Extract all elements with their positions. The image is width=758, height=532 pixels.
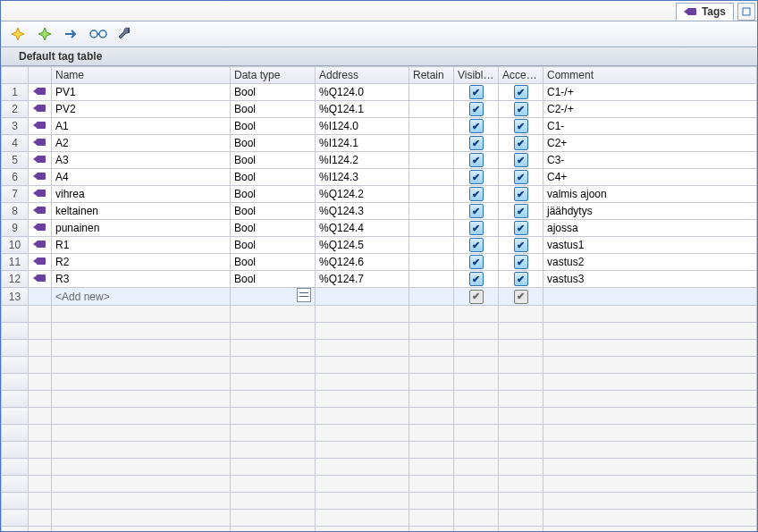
col-header-icon[interactable] [29,67,52,84]
cell-access[interactable]: ✔ [499,101,543,118]
cell-visible[interactable]: ✔ [454,237,499,254]
cell-comment[interactable]: vastus1 [543,237,757,254]
cell-visible[interactable]: ✔ [454,220,499,237]
row-number[interactable]: 3 [2,118,29,135]
cell-retain[interactable] [409,101,454,118]
cell-access[interactable]: ✔ [499,152,543,169]
dropdown-icon[interactable] [297,288,311,302]
cell-retain[interactable] [409,220,454,237]
tool-new-tag-alt[interactable] [35,24,55,44]
cell-address[interactable]: %Q124.1 [316,101,409,118]
cell-data-type[interactable]: Bool [231,152,316,169]
cell-data-type[interactable]: Bool [231,271,316,288]
cell-visible[interactable]: ✔ [454,203,499,220]
table-row[interactable]: 11R2Bool%Q124.6✔✔vastus2 [2,254,757,271]
row-number[interactable]: 13 [2,288,29,306]
cell-comment[interactable]: C1- [543,118,757,135]
col-header-rownum[interactable] [2,67,29,84]
cell-address[interactable]: %Q124.3 [316,203,409,220]
cell-access[interactable]: ✔ [499,84,543,101]
cell-address[interactable]: %I124.1 [316,135,409,152]
cell-name[interactable]: R1 [52,237,231,254]
cell-comment[interactable]: vastus2 [543,254,757,271]
cell-name[interactable]: PV2 [52,101,231,118]
cell-visible[interactable]: ✔ [454,288,499,306]
cell-comment[interactable]: C3- [543,152,757,169]
cell-data-type[interactable]: Bool [231,101,316,118]
cell-access[interactable]: ✔ [499,135,543,152]
cell-data-type[interactable]: Bool [231,118,316,135]
cell-visible[interactable]: ✔ [454,186,499,203]
cell-visible[interactable]: ✔ [454,118,499,135]
cell-data-type[interactable]: Bool [231,220,316,237]
cell-comment[interactable]: C1-/+ [543,84,757,101]
expand-button[interactable] [737,3,755,21]
cell-retain[interactable] [409,271,454,288]
cell-access[interactable]: ✔ [499,118,543,135]
cell-comment[interactable]: vastus3 [543,271,757,288]
tool-new-tag[interactable] [8,24,28,44]
cell-comment[interactable] [543,288,757,306]
cell-data-type[interactable]: Bool [231,84,316,101]
row-number[interactable]: 2 [2,101,29,118]
row-number[interactable]: 8 [2,203,29,220]
table-row[interactable]: 1PV1Bool%Q124.0✔✔C1-/+ [2,84,757,101]
cell-name[interactable]: R2 [52,254,231,271]
cell-retain[interactable] [409,186,454,203]
cell-name[interactable]: A2 [52,135,231,152]
cell-comment[interactable]: jäähdytys [543,203,757,220]
cell-visible[interactable]: ✔ [454,152,499,169]
table-row[interactable]: 9punainenBool%Q124.4✔✔ajossa [2,220,757,237]
cell-data-type[interactable]: Bool [231,169,316,186]
table-row[interactable]: 2PV2Bool%Q124.1✔✔C2-/+ [2,101,757,118]
cell-data-type[interactable]: Bool [231,186,316,203]
cell-access[interactable]: ✔ [499,220,543,237]
cell-address[interactable]: %Q124.6 [316,254,409,271]
cell-address[interactable]: %Q124.0 [316,84,409,101]
tab-tags[interactable]: Tags [676,3,734,21]
cell-access[interactable]: ✔ [499,186,543,203]
cell-visible[interactable]: ✔ [454,135,499,152]
cell-name[interactable]: R3 [52,271,231,288]
cell-name[interactable]: A3 [52,152,231,169]
table-row[interactable]: 7vihreaBool%Q124.2✔✔valmis ajoon [2,186,757,203]
cell-retain[interactable] [409,135,454,152]
cell-data-type[interactable]: Bool [231,254,316,271]
col-header-comment[interactable]: Comment [543,67,757,84]
col-header-name[interactable]: Name [52,67,231,84]
row-number[interactable]: 5 [2,152,29,169]
cell-address[interactable]: %Q124.7 [316,271,409,288]
cell-address[interactable]: %I124.0 [316,118,409,135]
cell-retain[interactable] [409,118,454,135]
col-header-address[interactable]: Address [316,67,409,84]
add-new-placeholder[interactable]: <Add new> [52,288,231,306]
table-row[interactable]: 12R3Bool%Q124.7✔✔vastus3 [2,271,757,288]
cell-retain[interactable] [409,254,454,271]
cell-data-type[interactable]: Bool [231,203,316,220]
cell-comment[interactable]: ajossa [543,220,757,237]
row-number[interactable]: 10 [2,237,29,254]
cell-data-type[interactable] [231,288,316,306]
cell-name[interactable]: punainen [52,220,231,237]
row-number[interactable]: 1 [2,84,29,101]
row-number[interactable]: 4 [2,135,29,152]
table-row[interactable]: 4A2Bool%I124.1✔✔C2+ [2,135,757,152]
cell-comment[interactable]: C2+ [543,135,757,152]
col-header-access[interactable]: Acces... [499,67,543,84]
row-number[interactable]: 12 [2,271,29,288]
cell-name[interactable]: A4 [52,169,231,186]
cell-comment[interactable]: valmis ajoon [543,186,757,203]
cell-visible[interactable]: ✔ [454,254,499,271]
cell-visible[interactable]: ✔ [454,271,499,288]
cell-retain[interactable] [409,84,454,101]
cell-access[interactable]: ✔ [499,237,543,254]
col-header-visible[interactable]: Visible.. [454,67,499,84]
row-number[interactable]: 9 [2,220,29,237]
cell-address[interactable]: %I124.2 [316,152,409,169]
cell-address[interactable]: %Q124.2 [316,186,409,203]
cell-retain[interactable] [409,203,454,220]
cell-comment[interactable]: C2-/+ [543,101,757,118]
table-row[interactable]: 10R1Bool%Q124.5✔✔vastus1 [2,237,757,254]
row-number[interactable]: 7 [2,186,29,203]
table-row[interactable]: 8keltainenBool%Q124.3✔✔jäähdytys [2,203,757,220]
